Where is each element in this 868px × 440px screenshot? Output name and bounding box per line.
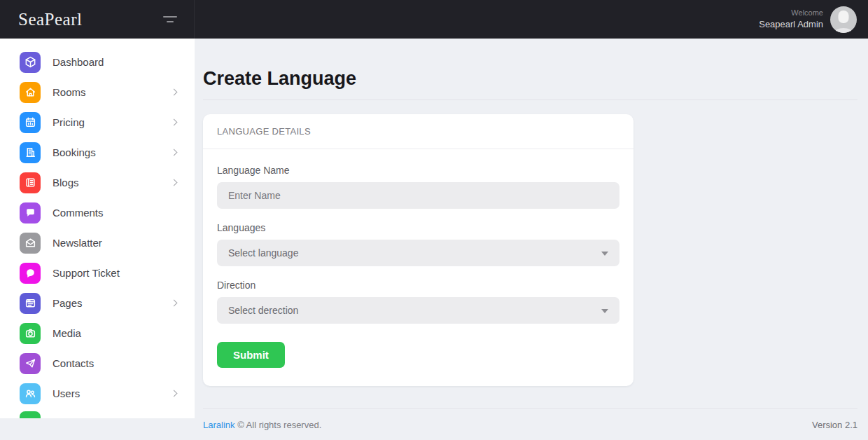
user-name: Seapearl Admin — [759, 18, 823, 31]
language-details-card: LANGUAGE DETAILS Language Name Languages… — [203, 114, 634, 386]
sidebar-item-label: Users — [52, 387, 80, 399]
comment-bubble-icon — [20, 202, 41, 224]
sidebar-item-rooms[interactable]: Rooms — [0, 77, 195, 107]
sidebar-toggle-icon[interactable] — [162, 12, 178, 27]
sidebar-item-pages[interactable]: Pages — [0, 288, 195, 318]
field-language-name: Language Name — [217, 165, 620, 209]
field-label: Direction — [217, 280, 620, 291]
user-menu[interactable]: Welcome Seapearl Admin — [759, 0, 868, 39]
envelope-open-icon — [20, 233, 41, 254]
caret-down-icon — [601, 252, 608, 256]
chevron-right-icon — [171, 390, 178, 397]
chevron-right-icon — [171, 300, 178, 307]
sidebar-item-comments[interactable]: Comments — [0, 198, 195, 228]
chevron-right-icon — [171, 179, 178, 186]
avatar[interactable] — [830, 6, 857, 33]
sidebar: Dashboard Rooms Pricing Bookings — [0, 39, 195, 418]
pages-window-icon — [20, 293, 41, 314]
field-direction: Direction Select derection — [217, 280, 620, 324]
support-chat-icon — [20, 263, 41, 284]
building-icon — [20, 142, 41, 163]
brand-area: SeaPearl — [0, 0, 195, 39]
sidebar-item-users[interactable]: Users — [0, 378, 195, 408]
field-label: Languages — [217, 222, 620, 233]
chevron-right-icon — [171, 119, 178, 126]
sidebar-item-newslatter[interactable]: Newslatter — [0, 228, 195, 258]
page-title: Create Language — [203, 68, 858, 100]
select-value: Select language — [228, 247, 298, 259]
select-value: Select derection — [228, 305, 298, 316]
languages-select[interactable]: Select language — [217, 240, 620, 266]
sidebar-item-label: Dashboard — [52, 56, 104, 68]
sidebar-item-support-ticket[interactable]: Support Ticket — [0, 258, 195, 288]
sidebar-item-label: Pricing — [52, 116, 85, 128]
welcome-block: Welcome Seapearl Admin — [759, 8, 823, 30]
direction-select[interactable]: Select derection — [217, 297, 620, 324]
blog-news-icon — [20, 172, 41, 193]
sidebar-item-label: Support Ticket — [52, 267, 120, 279]
avatar-shoulders-shape — [834, 28, 853, 33]
sidebar-item-label: Pages — [52, 297, 83, 309]
copyright-suffix: © All rights reserved. — [235, 420, 322, 430]
chevron-right-icon — [171, 89, 178, 96]
top-bar: SeaPearl Welcome Seapearl Admin — [0, 0, 868, 39]
sidebar-item-label: Newslatter — [52, 237, 102, 249]
welcome-label: Welcome — [759, 8, 823, 18]
sidebar-item-contacts[interactable]: Contacts — [0, 348, 195, 378]
app-logo: SeaPearl — [18, 10, 82, 29]
sidebar-item-label: Blogs — [52, 177, 79, 188]
sidebar-item-label: Contacts — [52, 357, 94, 369]
calendar-icon — [20, 112, 41, 133]
send-plane-icon — [20, 353, 41, 374]
version-text: Version 2.1 — [812, 420, 858, 430]
sidebar-item-label: Comments — [52, 207, 104, 219]
sidebar-item-bookings[interactable]: Bookings — [0, 137, 195, 167]
menu-bar-line — [167, 21, 174, 22]
field-label: Language Name — [217, 165, 620, 176]
field-languages: Languages Select language — [217, 222, 620, 266]
card-body: Language Name Languages Select language … — [203, 149, 634, 386]
sidebar-item-blogs[interactable]: Blogs — [0, 167, 195, 198]
sidebar-item-pricing[interactable]: Pricing — [0, 107, 195, 137]
sidebar-item-label: Rooms — [52, 86, 86, 98]
app-root: SeaPearl Welcome Seapearl Admin Dashboar… — [0, 0, 868, 440]
menu-bar-line — [163, 16, 177, 18]
camera-icon — [20, 323, 41, 344]
chevron-right-icon — [171, 149, 178, 156]
house-icon — [20, 82, 41, 103]
partially-visible-nav-icon — [20, 411, 41, 418]
dashboard-cube-icon — [20, 52, 41, 73]
sidebar-item-label: Media — [52, 327, 81, 339]
users-people-icon — [20, 383, 41, 404]
avatar-head-shape — [839, 11, 849, 23]
submit-button[interactable]: Submit — [217, 342, 285, 368]
copyright-text: Laralink © All rights reserved. — [203, 420, 321, 430]
main-content: Create Language LANGUAGE DETAILS Languag… — [195, 39, 868, 440]
sidebar-item-label: Bookings — [52, 146, 96, 158]
sidebar-item-media[interactable]: Media — [0, 318, 195, 348]
laralink-link[interactable]: Laralink — [203, 420, 235, 430]
footer: Laralink © All rights reserved. Version … — [203, 408, 858, 440]
caret-down-icon — [601, 309, 608, 313]
sidebar-item-dashboard[interactable]: Dashboard — [0, 47, 195, 77]
card-header: LANGUAGE DETAILS — [203, 114, 634, 149]
language-name-input[interactable] — [217, 182, 620, 209]
